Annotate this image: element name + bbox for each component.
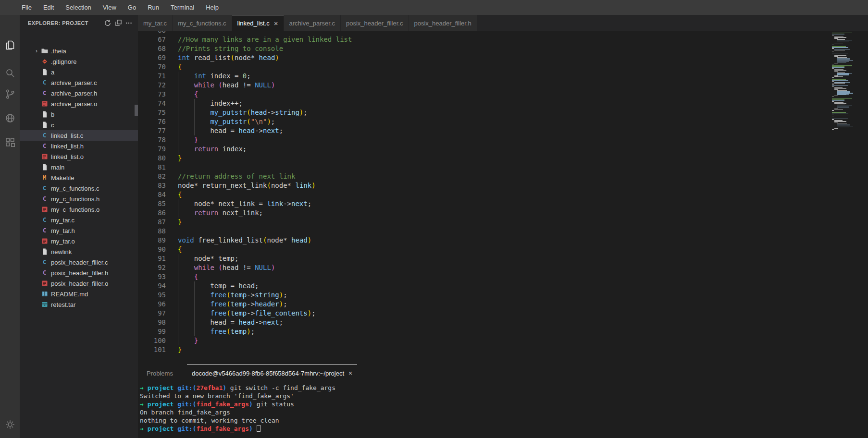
minimap-line xyxy=(832,51,834,51)
line-number: 86 xyxy=(138,208,166,218)
file-tree-item-newlink[interactable]: newlink xyxy=(20,246,138,257)
token: link xyxy=(295,182,311,189)
code-line-text: { xyxy=(178,245,182,254)
token: ( xyxy=(218,81,222,89)
file-tree-item-linked_list.o[interactable]: linked_list.o xyxy=(20,151,138,162)
editor-tab-archive_parser.c[interactable]: archive_parser.c xyxy=(284,15,341,31)
file-tree-item-README.md[interactable]: README.md xyxy=(20,289,138,299)
minimap[interactable] xyxy=(831,32,865,166)
editor-tab-my_c_functions.c[interactable]: my_c_functions.c xyxy=(173,15,232,31)
makefile-icon: M xyxy=(40,174,49,182)
token: -> xyxy=(247,309,255,317)
file-tree-item-posix_header_filler.o[interactable]: posix_header_filler.o xyxy=(20,278,138,289)
file-tree-item-linked_list.h[interactable]: Clinked_list.h xyxy=(20,141,138,151)
token: free xyxy=(210,328,226,335)
c-header-icon: C xyxy=(40,227,49,234)
menu-item-edit[interactable]: Edit xyxy=(37,0,60,15)
gear-icon[interactable] xyxy=(0,414,20,434)
menu-item-run[interactable]: Run xyxy=(142,0,165,15)
minimap-line xyxy=(834,96,838,96)
collapse-folders-icon[interactable] xyxy=(113,18,124,28)
file-tree-item-archive_parser.c[interactable]: Carchive_parser.c xyxy=(20,77,138,88)
file-tree-item-posix_header_filler.h[interactable]: Cposix_header_filler.h xyxy=(20,268,138,278)
code-line-text: } xyxy=(178,154,182,163)
token: free xyxy=(210,291,226,299)
token: ) xyxy=(267,118,271,125)
source-control-icon[interactable] xyxy=(0,84,20,104)
file-tree-item-main[interactable]: main xyxy=(20,162,138,172)
terminal-token: git:( xyxy=(177,401,196,408)
indent-guide xyxy=(178,99,194,108)
object-icon xyxy=(40,280,49,287)
line-number: 67 xyxy=(138,35,166,44)
file-tree-item-my_c_functions.o[interactable]: my_c_functions.o xyxy=(20,204,138,215)
minimap-line xyxy=(832,119,834,120)
file-name: b xyxy=(51,111,54,118)
file-tree-item-archive_parser.h[interactable]: Carchive_parser.h xyxy=(20,88,138,98)
code-editor[interactable]: 6667//How many links are in a given link… xyxy=(138,31,868,364)
menu-item-view[interactable]: View xyxy=(97,0,122,15)
c-source-icon: C xyxy=(40,216,49,224)
terminal-line-1: → project git:(27efba1) git switch -c fi… xyxy=(140,384,868,392)
file-tree-item-a[interactable]: a xyxy=(20,67,138,77)
editor-tab-linked_list.c[interactable]: linked_list.c× xyxy=(232,15,284,31)
files-icon[interactable] xyxy=(0,35,20,55)
menu-item-go[interactable]: Go xyxy=(122,0,142,15)
code-line-text: index++; xyxy=(178,99,243,108)
file-tree-item-linked_list.c[interactable]: Clinked_list.c xyxy=(20,130,138,141)
file-tree-item-Makefile[interactable]: MMakefile xyxy=(20,172,138,183)
activity-bar xyxy=(0,15,20,438)
extensions-icon[interactable] xyxy=(0,132,20,152)
file-tree-item-my_tar.o[interactable]: my_tar.o xyxy=(20,236,138,246)
line-number: 91 xyxy=(138,254,166,263)
tab-close-icon[interactable]: × xyxy=(274,20,278,27)
menu-item-help[interactable]: Help xyxy=(200,0,224,15)
indent-guide xyxy=(194,126,211,135)
minimap-line xyxy=(834,63,838,63)
code-line-101: 101} xyxy=(138,345,182,354)
terminal-tab[interactable]: docode@v5466ad99-8fb6-85f658d564-7mhrv:~… xyxy=(187,364,357,382)
code-line-79: 79return index; xyxy=(138,145,247,154)
search-icon[interactable] xyxy=(0,63,20,83)
menu-item-selection[interactable]: Selection xyxy=(60,0,97,15)
problems-tab[interactable]: Problems xyxy=(142,364,178,382)
terminal[interactable]: → project git:(27efba1) git switch -c fi… xyxy=(140,384,868,438)
more-actions-icon[interactable] xyxy=(124,18,134,28)
globe-icon[interactable] xyxy=(0,108,20,128)
file-tree-item-archive_parser.o[interactable]: archive_parser.o xyxy=(20,98,138,109)
line-number: 74 xyxy=(138,99,166,108)
file-tree-item-.gitignore[interactable]: .gitignore xyxy=(20,56,138,67)
token: } xyxy=(194,136,198,144)
file-tree: ›.theia.gitignoreaCarchive_parser.cCarch… xyxy=(20,46,138,310)
file-tree-item-posix_header_filler.c[interactable]: Cposix_header_filler.c xyxy=(20,257,138,268)
file-tree-item-b[interactable]: b xyxy=(20,109,138,120)
token: string xyxy=(275,109,299,116)
file-tree-item-c[interactable]: c xyxy=(20,120,138,130)
folder-icon xyxy=(40,47,49,55)
terminal-token: ) xyxy=(223,384,226,391)
minimap-line xyxy=(837,74,849,75)
line-number: 82 xyxy=(138,172,166,181)
token: ( xyxy=(231,54,235,61)
token: free xyxy=(210,300,226,308)
c-source-icon: C xyxy=(40,79,49,86)
git-icon xyxy=(40,58,49,65)
editor-tab-my_tar.c[interactable]: my_tar.c xyxy=(138,15,173,31)
file-tree-item-retest.tar[interactable]: retest.tar xyxy=(20,299,138,310)
sidebar-scrollbar-thumb[interactable] xyxy=(135,105,138,116)
file-tree-item-my_c_functions.c[interactable]: Cmy_c_functions.c xyxy=(20,183,138,194)
file-tree-item-my_c_functions.h[interactable]: Cmy_c_functions.h xyxy=(20,194,138,204)
editor-tab-posix_header_filler.c[interactable]: posix_header_filler.c xyxy=(341,15,409,31)
token: node* xyxy=(267,236,291,244)
file-tree-item-my_tar.h[interactable]: Cmy_tar.h xyxy=(20,225,138,236)
menu-item-file[interactable]: File xyxy=(16,0,37,15)
panel-tab-close-icon[interactable]: × xyxy=(348,370,352,377)
menu-item-terminal[interactable]: Terminal xyxy=(165,0,200,15)
file-name: archive_parser.o xyxy=(51,100,97,108)
indent-guide xyxy=(194,291,211,300)
editor-tab-posix_header_filler.h[interactable]: posix_header_filler.h xyxy=(409,15,477,31)
refresh-icon[interactable] xyxy=(102,18,113,28)
file-tree-item-.theia[interactable]: ›.theia xyxy=(20,46,138,56)
minimap-line xyxy=(832,77,834,78)
file-tree-item-my_tar.c[interactable]: Cmy_tar.c xyxy=(20,215,138,225)
